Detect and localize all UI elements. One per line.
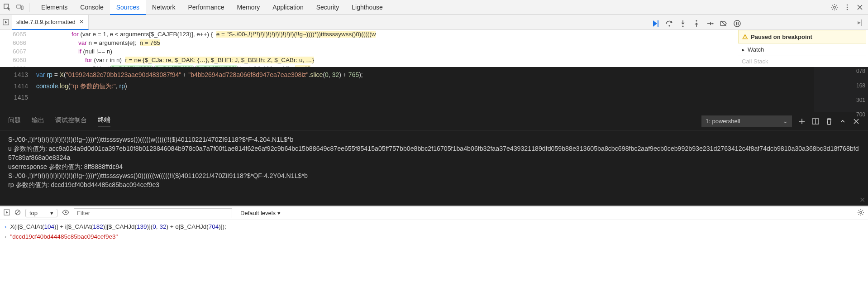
file-tab-name: slide.7.8.9.js:formatted xyxy=(16,19,76,25)
kill-terminal-icon[interactable] xyxy=(825,118,833,125)
svg-point-9 xyxy=(668,25,670,26)
inline-value: r = ne {$_CJa: re, $_DAK: {…}, $_BHFl: J… xyxy=(125,57,315,63)
svg-point-3 xyxy=(834,6,835,8)
tab-problems[interactable]: 问题 xyxy=(8,116,21,126)
debugger-right-panel: ⚠ Paused on breakpoint ▸ Watch Call Stac… xyxy=(738,30,866,66)
console-output-value: "dccd19cf40bd44485c85bac094cef9e3" xyxy=(10,233,118,240)
tail: ) xyxy=(125,82,127,90)
t: ][ xyxy=(105,223,109,230)
terminal-line: u 参数的值为: acc9a024a9d0d01ca397eb10f8b0123… xyxy=(8,144,860,162)
code-text: n = arguments[e]; xyxy=(87,39,140,46)
step-out-icon[interactable] xyxy=(692,19,701,28)
svg-point-19 xyxy=(65,211,67,213)
n: 104 xyxy=(44,223,55,230)
step-icon[interactable] xyxy=(706,19,714,28)
tab-output[interactable]: 输出 xyxy=(32,116,44,126)
n: 139 xyxy=(137,223,147,230)
line-number: 1413 xyxy=(0,69,28,81)
string-literal: "b4bb2694ad728a066f8d947ea7eae308iz" xyxy=(188,71,308,78)
execution-context-select[interactable]: top ▾ xyxy=(25,209,57,217)
callstack-section-header[interactable]: Call Stack xyxy=(738,56,866,66)
tab-console[interactable]: Console xyxy=(74,0,110,15)
line-number: 6066 xyxy=(0,38,26,47)
tab-elements[interactable]: Elements xyxy=(35,0,74,15)
tab-performance[interactable]: Performance xyxy=(181,0,230,15)
t: X(i[ xyxy=(10,223,19,230)
watch-section-header[interactable]: ▸ Watch xyxy=(738,43,866,56)
console-input-line: X(i[$_CAIAt(104)] + i[$_CAIAt(182)][$_CA… xyxy=(5,222,863,232)
tick: 301 xyxy=(850,97,865,103)
tab-sources[interactable]: Sources xyxy=(110,0,146,15)
device-toggle-icon[interactable] xyxy=(16,4,24,11)
svg-rect-14 xyxy=(736,22,737,25)
split-terminal-icon[interactable] xyxy=(812,118,819,125)
svg-point-6 xyxy=(847,9,848,10)
new-terminal-icon[interactable] xyxy=(798,118,806,125)
close-console-drawer-icon[interactable]: ✕ xyxy=(859,196,865,204)
log-levels-select[interactable]: Default levels ▾ xyxy=(240,210,281,216)
settings-gear-icon[interactable] xyxy=(831,4,838,11)
tab-terminal[interactable]: 终端 xyxy=(98,116,110,126)
code-text: (var r in n) xyxy=(92,57,125,63)
devtools-tabs: Elements Console Sources Network Perform… xyxy=(35,0,389,15)
tick: 700 xyxy=(850,111,865,118)
tab-nav-right-icon[interactable]: ▸| xyxy=(858,19,863,26)
tab-memory[interactable]: Memory xyxy=(231,0,267,15)
tab-security[interactable]: Security xyxy=(310,0,346,15)
svg-point-13 xyxy=(734,20,740,27)
more-menu-icon[interactable] xyxy=(844,4,851,11)
inline-value: e = "S-./00-,!)!*!)!)!)!)!)!)!)!)!)!)(!!… xyxy=(216,31,376,38)
maximize-panel-icon[interactable] xyxy=(839,118,846,125)
string-literal: "rp 参数的值为:" xyxy=(71,82,116,90)
tab-lighthouse[interactable]: Lighthouse xyxy=(345,0,389,15)
close-panel-icon[interactable] xyxy=(853,118,860,125)
dark-editor-pane[interactable]: 1413 1414 1415 var rp = X("019924a82c70b… xyxy=(0,67,868,112)
tick: 168 xyxy=(850,82,865,89)
console-sidebar-toggle-icon[interactable] xyxy=(4,209,10,217)
n: 32 xyxy=(159,223,166,230)
tab-network[interactable]: Network xyxy=(146,0,181,15)
tab-debug-console[interactable]: 调试控制台 xyxy=(55,116,87,126)
chevron-down-icon: ▾ xyxy=(50,210,53,216)
console-filter-input[interactable] xyxy=(74,208,232,218)
clear-console-icon[interactable] xyxy=(14,209,21,217)
step-into-icon[interactable] xyxy=(679,19,687,28)
step-over-icon[interactable] xyxy=(665,19,673,28)
t: ]); xyxy=(221,223,226,230)
file-tab-active[interactable]: slide.7.8.9.js:formatted ✕ xyxy=(12,15,89,30)
divider xyxy=(29,3,29,12)
op-eq: = xyxy=(54,71,60,78)
console-output-line: "dccd19cf40bd44485c85bac094cef9e3" xyxy=(5,232,863,242)
op-plus: + xyxy=(181,71,188,78)
kw-if: if xyxy=(78,48,81,55)
terminal-body[interactable]: S-./00-,!)!*!)!)!)!)!)!)!)!)!)(!!g~))))*… xyxy=(0,130,868,194)
dark-code: var rp = X("019924a82c70bb123aae90d48308… xyxy=(36,67,868,112)
string-literal: "019924a82c70bb123aae90d483087f94" xyxy=(66,71,181,78)
kw-var: var xyxy=(36,71,45,78)
console-body[interactable]: X(i[$_CAIAt(104)] + i[$_CAIAt(182)][$_CA… xyxy=(0,220,868,244)
devtools-topbar: Elements Console Sources Network Perform… xyxy=(0,0,868,15)
console-settings-icon[interactable] xyxy=(857,209,864,217)
tick: 078 xyxy=(850,68,865,74)
n: 704 xyxy=(209,223,219,230)
svg-rect-1 xyxy=(17,5,21,8)
live-expression-icon[interactable] xyxy=(62,210,69,216)
resume-icon[interactable] xyxy=(652,19,660,28)
svg-rect-8 xyxy=(658,20,658,27)
var-rp: rp xyxy=(45,71,54,78)
t: ] + i[ xyxy=(57,223,68,230)
console-toolbar: top ▾ Default levels ▾ xyxy=(0,206,868,220)
navigator-toggle-icon[interactable] xyxy=(0,19,12,25)
n: 182 xyxy=(93,223,103,230)
terminal-pane: 问题 输出 调试控制台 终端 1: powershell ⌄ S-./00-,!… xyxy=(0,112,868,206)
close-devtools-icon[interactable] xyxy=(856,4,863,11)
deactivate-breakpoints-icon[interactable] xyxy=(720,19,728,28)
dark-gutter: 1413 1414 1415 xyxy=(0,67,36,112)
kw-var: var xyxy=(78,39,87,46)
pause-on-exceptions-icon[interactable] xyxy=(733,19,741,28)
close-file-tab-icon[interactable]: ✕ xyxy=(79,19,84,25)
inspect-element-icon[interactable] xyxy=(4,4,11,11)
terminal-shell-select[interactable]: 1: powershell ⌄ xyxy=(701,115,792,127)
warning-icon: ⚠ xyxy=(742,33,748,40)
tab-application[interactable]: Application xyxy=(266,0,310,15)
